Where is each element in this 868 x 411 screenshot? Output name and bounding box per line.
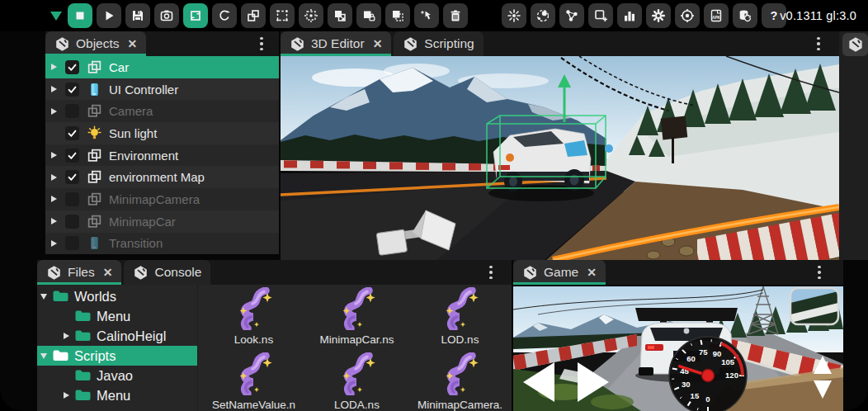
- script-file-icon: [439, 352, 482, 399]
- folder-row-javao[interactable]: Javao: [37, 366, 197, 385]
- object-row-environment-map[interactable]: environment Map: [45, 166, 279, 188]
- 3d-viewport-canvas[interactable]: [281, 56, 839, 260]
- object-label: MinimapCamera: [109, 192, 200, 206]
- close-icon[interactable]: ✕: [128, 37, 138, 50]
- objects-menu-icon[interactable]: [256, 31, 267, 56]
- tab-label: Game: [544, 265, 578, 280]
- screenshot-button[interactable]: [154, 3, 179, 28]
- object-row-sun-light[interactable]: Sun light: [45, 122, 279, 144]
- object-label: Sun light: [109, 126, 157, 140]
- ui-icon: [87, 82, 102, 97]
- file-item[interactable]: LOD.ns: [408, 287, 512, 352]
- build-settings-button[interactable]: [675, 3, 700, 28]
- engine-logo-icon: [290, 36, 305, 52]
- expand-arrow-icon[interactable]: [51, 174, 64, 181]
- object-row-ui-controller[interactable]: UI Controller: [45, 78, 279, 101]
- visibility-checkbox[interactable]: [65, 104, 79, 118]
- layer-duplicate-button[interactable]: [385, 3, 410, 28]
- database-sync-button[interactable]: [733, 3, 757, 28]
- expand-arrow-icon[interactable]: [51, 240, 64, 247]
- tab-scripting[interactable]: Scripting: [394, 31, 483, 56]
- node-graph-button[interactable]: [559, 3, 584, 28]
- game-viewport[interactable]: 0153045607590105120: [513, 286, 843, 411]
- pivot-tool-button[interactable]: [299, 3, 323, 28]
- object-row-minimapcar[interactable]: MinimapCar: [45, 210, 279, 233]
- tab-files[interactable]: Files ✕: [37, 260, 121, 285]
- layer-lock-button[interactable]: [356, 3, 381, 28]
- rotate-tool-button[interactable]: [212, 3, 237, 28]
- object-row-car[interactable]: Car: [45, 56, 279, 78]
- visibility-checkbox[interactable]: [65, 236, 79, 250]
- visibility-checkbox[interactable]: [65, 215, 79, 229]
- close-icon[interactable]: ✕: [103, 266, 113, 279]
- tab-3d-editor[interactable]: 3D Editor ✕: [281, 31, 391, 56]
- expand-arrow-icon[interactable]: [37, 353, 50, 359]
- file-item[interactable]: MinimapCamera.: [408, 352, 512, 411]
- tab-label: 3D Editor: [311, 36, 365, 51]
- svg-text:75: 75: [699, 347, 708, 357]
- files-menu-icon[interactable]: [485, 260, 497, 285]
- tab-label: Scripting: [424, 36, 474, 51]
- apk-export-button[interactable]: APK: [704, 3, 729, 28]
- play-button[interactable]: [97, 3, 121, 28]
- file-item[interactable]: Look.ns: [202, 287, 305, 352]
- add-object-button[interactable]: [588, 3, 613, 28]
- visibility-checkbox[interactable]: [65, 126, 79, 140]
- collapsed-panel-strip: [839, 31, 868, 260]
- tab-objects[interactable]: Objects ✕: [45, 31, 146, 56]
- scene-dropdown-button[interactable]: [47, 3, 65, 28]
- object-row-environment[interactable]: Environment: [45, 144, 279, 167]
- move-tool-button[interactable]: [183, 3, 208, 28]
- file-item[interactable]: MinimapCar.ns: [305, 287, 408, 352]
- svg-text:0: 0: [705, 394, 710, 404]
- editor-menu-icon[interactable]: [813, 31, 824, 56]
- engine-logo-icon: [133, 265, 149, 281]
- stats-button[interactable]: [617, 3, 642, 28]
- collapsed-panel-button[interactable]: [842, 33, 868, 56]
- expand-arrow-icon[interactable]: [59, 333, 73, 339]
- orbit-button[interactable]: [531, 3, 555, 28]
- object-row-transition[interactable]: Transition: [45, 233, 279, 255]
- expand-arrow-icon[interactable]: [51, 86, 64, 92]
- visibility-checkbox[interactable]: [65, 192, 79, 206]
- delete-button[interactable]: [443, 3, 468, 28]
- game-menu-icon[interactable]: [814, 260, 825, 285]
- folder-row-scripts[interactable]: Scripts: [37, 346, 197, 366]
- version-label: v0.1311 gl:3.0: [780, 0, 856, 31]
- scale-tool-button[interactable]: [241, 3, 266, 28]
- expand-arrow-icon[interactable]: [51, 152, 64, 158]
- folder-row-menu[interactable]: Menu: [37, 385, 197, 405]
- settings-button[interactable]: [646, 3, 671, 28]
- file-item[interactable]: LODA.ns: [305, 352, 408, 411]
- expand-arrow-icon[interactable]: [37, 294, 50, 300]
- tab-console[interactable]: Console: [124, 260, 210, 285]
- visibility-checkbox[interactable]: [65, 149, 79, 163]
- folder-row-menu[interactable]: Menu: [37, 306, 197, 326]
- particles-button[interactable]: [502, 3, 526, 28]
- game-viewport-canvas[interactable]: 0153045607590105120: [513, 286, 843, 411]
- layer-forward-button[interactable]: [328, 3, 352, 28]
- expand-arrow-icon[interactable]: [59, 392, 73, 399]
- stop-button[interactable]: [68, 3, 92, 28]
- tab-game[interactable]: Game ✕: [513, 260, 606, 285]
- object-row-camera[interactable]: Camera: [45, 100, 279, 122]
- expand-arrow-icon[interactable]: [51, 196, 64, 202]
- script-file-icon: [336, 287, 379, 333]
- expand-arrow-icon[interactable]: [51, 108, 64, 115]
- touch-tool-button[interactable]: [414, 3, 439, 28]
- close-icon[interactable]: ✕: [587, 266, 597, 279]
- folder-row-calinoheigl[interactable]: CalinoHeigl: [37, 326, 197, 346]
- 3d-viewport[interactable]: [281, 56, 839, 260]
- svg-text:105: 105: [721, 357, 735, 366]
- close-icon[interactable]: ✕: [373, 37, 383, 50]
- file-item[interactable]: SetNameValue.n: [202, 352, 305, 411]
- visibility-checkbox[interactable]: [65, 170, 79, 184]
- object-row-minimapcamera[interactable]: MinimapCamera: [45, 188, 279, 210]
- folder-row-worlds[interactable]: Worlds: [37, 286, 197, 306]
- visibility-checkbox[interactable]: [65, 83, 79, 97]
- visibility-checkbox[interactable]: [65, 60, 79, 74]
- save-button[interactable]: [125, 3, 150, 28]
- select-tool-button[interactable]: [270, 3, 295, 28]
- expand-arrow-icon[interactable]: [51, 64, 64, 70]
- expand-arrow-icon[interactable]: [51, 218, 64, 224]
